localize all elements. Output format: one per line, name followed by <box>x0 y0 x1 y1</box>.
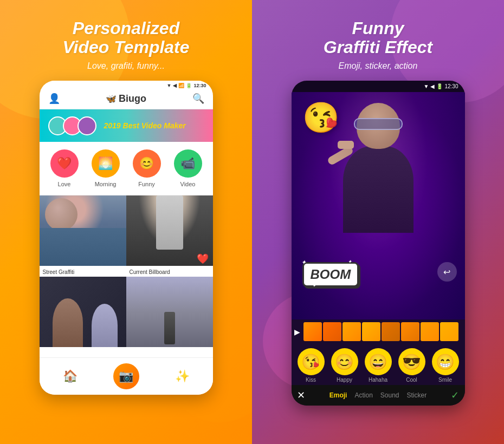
category-funny[interactable]: 😊 Funny <box>133 149 161 187</box>
emoji-smile[interactable]: 😁 Smile <box>432 348 459 383</box>
film-frame-7[interactable] <box>421 322 439 341</box>
category-row: ❤️ Love 🌅 Morning 😊 Funny 📹 Video <box>40 142 213 195</box>
grid-item-3[interactable] <box>40 277 126 358</box>
emoji-row: 😘 Kiss 😊 Happy 😄 Hahaha 😎 Cool 😁 Smile <box>292 344 465 385</box>
category-video-label: Video <box>180 181 196 187</box>
banner-circles <box>48 116 92 135</box>
skater-figure <box>164 312 175 344</box>
signal-icon-right: ▼ <box>424 83 429 89</box>
wifi-icon-right: ◀ <box>430 83 435 89</box>
tab-emoji[interactable]: Emoji <box>329 391 347 399</box>
status-time: 12:30 <box>193 83 206 88</box>
app-name: Biugo <box>119 93 146 105</box>
photo-person <box>40 195 126 266</box>
status-bar-left: ▼ ◀ 📶 🔋 12:30 <box>40 81 213 90</box>
emoji-cool-face: 😎 <box>398 348 425 375</box>
category-morning[interactable]: 🌅 Morning <box>92 149 120 187</box>
emoji-sticker[interactable]: 😘 <box>302 100 340 135</box>
tab-sound[interactable]: Sound <box>380 391 399 399</box>
star-1: ✦ <box>301 259 306 265</box>
app-header: 👤 🦋 Biugo 🔍 <box>40 90 213 109</box>
emoji-happy-face: 😊 <box>331 348 358 375</box>
emoji-happy-label: Happy <box>337 377 352 383</box>
wifi-icon: ◀ <box>173 83 177 88</box>
close-button[interactable]: ✕ <box>297 389 305 401</box>
grid-label-1: Street Graffiti <box>40 267 126 277</box>
photo-skate <box>126 277 213 347</box>
love-icon-circle: ❤️ <box>50 149 79 178</box>
category-funny-label: Funny <box>138 181 155 187</box>
signal-icon: ▼ <box>167 83 172 88</box>
butterfly-icon: 🦋 <box>106 94 117 104</box>
glasses <box>354 118 403 130</box>
biugo-logo: 🦋 Biugo <box>106 93 146 105</box>
film-frame-1[interactable] <box>303 322 322 341</box>
play-button[interactable]: ▶ <box>294 328 300 336</box>
search-icon[interactable]: 🔍 <box>192 93 204 105</box>
toolbar-tabs: Emoji Action Sound Sticker <box>329 391 427 399</box>
phone-right: ▼ ◀ 🔋 12:30 😘 <box>292 81 465 406</box>
boom-text: BOOM ✦ ✦ ✦ <box>302 262 359 287</box>
grid-label-4 <box>126 354 213 357</box>
user-icon[interactable]: 👤 <box>48 93 60 105</box>
emoji-hahaha-face: 😄 <box>365 348 392 375</box>
film-frame-2[interactable] <box>323 322 341 341</box>
film-frame-8[interactable] <box>440 322 458 341</box>
confirm-button[interactable]: ✓ <box>451 389 459 401</box>
emoji-smile-label: Smile <box>438 377 452 383</box>
back-arrow[interactable]: ↩ <box>437 262 457 282</box>
emoji-hahaha[interactable]: 😄 Hahaha <box>365 348 392 383</box>
category-video[interactable]: 📹 Video <box>174 149 202 187</box>
right-title: Funny Graffiti Effect <box>324 19 433 57</box>
right-panel: Funny Graffiti Effect Emoji, sticker, ac… <box>252 0 504 444</box>
status-time-right: 12:30 <box>444 83 458 89</box>
tab-action[interactable]: Action <box>354 391 372 399</box>
woman-body <box>343 146 413 233</box>
circle-purple <box>77 116 96 135</box>
grid-item-1[interactable]: Street Graffiti <box>40 195 126 277</box>
tab-sticker[interactable]: Sticker <box>407 391 427 399</box>
film-frame-3[interactable] <box>343 322 361 341</box>
grid-area: Street Graffiti ❤️ Current Billboard <box>40 195 213 357</box>
left-title: Personalized Video Template <box>62 19 189 57</box>
grid-item-4[interactable] <box>126 277 213 358</box>
bottom-toolbar: ✕ Emoji Action Sound Sticker ✓ <box>292 385 465 406</box>
person-2 <box>92 304 118 347</box>
battery-icon: 🔋 <box>186 83 192 88</box>
emoji-kiss-face: 😘 <box>298 348 325 375</box>
signal-bars-icon: 📶 <box>178 83 184 88</box>
category-love[interactable]: ❤️ Love <box>50 149 79 187</box>
record-button[interactable]: 📷 <box>113 363 139 389</box>
video-area: 😘 BOOM ✦ ✦ ✦ ↩ <box>292 92 465 319</box>
grid-label-2: Current Billboard <box>126 267 213 277</box>
emoji-cool[interactable]: 😎 Cool <box>398 348 425 383</box>
emoji-cool-label: Cool <box>406 377 417 383</box>
home-icon[interactable]: 🏠 <box>63 369 77 383</box>
person-body <box>40 228 126 266</box>
banner-text: 2019 Best Video Maker <box>104 121 186 130</box>
person-head <box>45 198 77 231</box>
grid-item-2[interactable]: ❤️ Current Billboard <box>126 195 213 277</box>
phone-bottom-bar: 🏠 📷 ✨ <box>40 357 213 395</box>
right-subtitle: Emoji, sticker, action <box>339 61 418 71</box>
emoji-kiss[interactable]: 😘 Kiss <box>298 348 325 383</box>
film-frame-5[interactable] <box>382 322 400 341</box>
status-bar-right: ▼ ◀ 🔋 12:30 <box>292 81 465 92</box>
effects-icon[interactable]: ✨ <box>175 369 190 383</box>
star-2: ✦ <box>348 259 352 264</box>
video-icon-circle: 📹 <box>174 149 202 178</box>
phone-left: ▼ ◀ 📶 🔋 12:30 👤 🦋 Biugo 🔍 2019 Best <box>40 81 213 395</box>
film-frame-4[interactable] <box>362 322 380 341</box>
grid-label-3 <box>40 354 126 357</box>
emoji-hahaha-label: Hahaha <box>369 377 387 383</box>
filmstrip: ▶ <box>292 319 465 344</box>
film-frame-6[interactable] <box>401 322 419 341</box>
emoji-kiss-label: Kiss <box>306 377 316 383</box>
fashion-figure <box>156 195 183 250</box>
emoji-smile-face: 😁 <box>432 348 459 375</box>
morning-icon-circle: 🌅 <box>92 149 120 178</box>
emoji-happy[interactable]: 😊 Happy <box>331 348 358 383</box>
battery-icon-right: 🔋 <box>436 83 443 89</box>
category-morning-label: Morning <box>95 181 117 187</box>
banner-area: 2019 Best Video Maker <box>40 109 213 142</box>
